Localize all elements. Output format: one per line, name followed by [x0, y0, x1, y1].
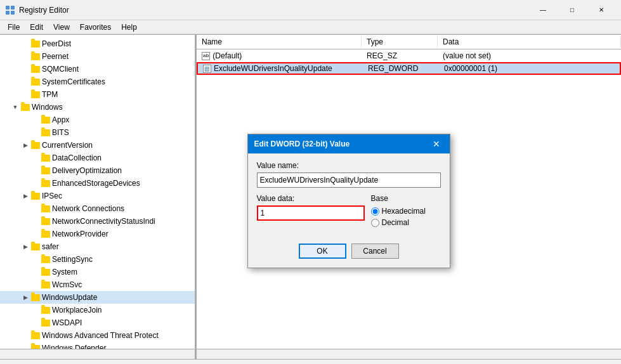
value-data-row: Value data: Base Hexadecimal Decimal: [257, 194, 441, 230]
ok-button[interactable]: OK: [299, 244, 346, 259]
dialog-body: Value name: Value data: Base Hexadecimal…: [248, 153, 450, 237]
cancel-button[interactable]: Cancel: [351, 244, 399, 259]
value-data-input[interactable]: [257, 205, 365, 221]
dialog-footer: OK Cancel: [248, 237, 450, 268]
dialog-title: Edit DWORD (32-bit) Value: [254, 140, 350, 148]
decimal-radio[interactable]: [371, 219, 379, 227]
base-section: Base Hexadecimal Decimal: [371, 194, 441, 230]
edit-dword-dialog: Edit DWORD (32-bit) Value ✕ Value name: …: [247, 134, 450, 268]
decimal-option[interactable]: Decimal: [371, 218, 441, 227]
hexadecimal-radio[interactable]: [371, 207, 379, 216]
base-label: Base: [371, 194, 441, 203]
hexadecimal-label: Hexadecimal: [382, 207, 426, 216]
value-name-label: Value name:: [257, 161, 441, 170]
dialog-title-bar: Edit DWORD (32-bit) Value ✕: [248, 134, 450, 153]
decimal-label: Decimal: [382, 218, 409, 227]
modal-overlay: Edit DWORD (32-bit) Value ✕ Value name: …: [0, 0, 621, 364]
value-data-section: Value data:: [257, 194, 365, 221]
value-data-label: Value data:: [257, 194, 365, 203]
hexadecimal-option[interactable]: Hexadecimal: [371, 207, 441, 216]
value-name-input[interactable]: [257, 172, 441, 188]
dialog-close-button[interactable]: ✕: [429, 137, 443, 151]
